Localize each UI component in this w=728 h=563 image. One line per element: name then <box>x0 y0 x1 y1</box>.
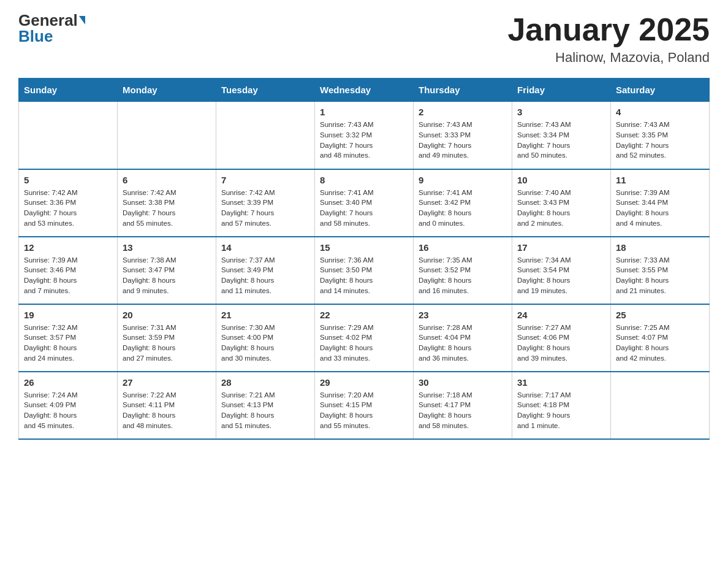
calendar-header: SundayMondayTuesdayWednesdayThursdayFrid… <box>19 79 710 102</box>
day-number: 9 <box>419 175 507 185</box>
day-info: Sunrise: 7:24 AM Sunset: 4:09 PM Dayligh… <box>24 390 112 431</box>
weekday-header-monday: Monday <box>118 79 216 102</box>
day-info: Sunrise: 7:37 AM Sunset: 3:49 PM Dayligh… <box>221 255 309 296</box>
weekday-header-wednesday: Wednesday <box>315 79 414 102</box>
title-section: January 2025 Halinow, Mazovia, Poland <box>507 12 710 66</box>
calendar-subtitle: Halinow, Mazovia, Poland <box>507 50 710 66</box>
day-info: Sunrise: 7:43 AM Sunset: 3:35 PM Dayligh… <box>616 120 704 161</box>
day-number: 16 <box>419 242 507 253</box>
calendar-cell: 13Sunrise: 7:38 AM Sunset: 3:47 PM Dayli… <box>118 237 216 304</box>
day-info: Sunrise: 7:25 AM Sunset: 4:07 PM Dayligh… <box>616 323 704 364</box>
calendar-cell: 18Sunrise: 7:33 AM Sunset: 3:55 PM Dayli… <box>611 237 710 304</box>
calendar-cell: 21Sunrise: 7:30 AM Sunset: 4:00 PM Dayli… <box>216 304 315 372</box>
day-number: 1 <box>320 107 408 117</box>
calendar-cell <box>216 102 315 169</box>
day-info: Sunrise: 7:34 AM Sunset: 3:54 PM Dayligh… <box>517 255 605 296</box>
day-number: 14 <box>221 242 309 253</box>
calendar-cell: 27Sunrise: 7:22 AM Sunset: 4:11 PM Dayli… <box>118 372 216 439</box>
calendar-cell: 16Sunrise: 7:35 AM Sunset: 3:52 PM Dayli… <box>414 237 512 304</box>
day-number: 6 <box>123 175 211 185</box>
day-info: Sunrise: 7:40 AM Sunset: 3:43 PM Dayligh… <box>517 188 605 229</box>
day-info: Sunrise: 7:28 AM Sunset: 4:04 PM Dayligh… <box>419 323 507 364</box>
day-number: 31 <box>517 377 605 388</box>
weekday-header-thursday: Thursday <box>414 79 512 102</box>
calendar-cell: 22Sunrise: 7:29 AM Sunset: 4:02 PM Dayli… <box>315 304 414 372</box>
day-info: Sunrise: 7:35 AM Sunset: 3:52 PM Dayligh… <box>419 255 507 296</box>
day-info: Sunrise: 7:41 AM Sunset: 3:40 PM Dayligh… <box>320 188 408 229</box>
day-info: Sunrise: 7:42 AM Sunset: 3:39 PM Dayligh… <box>221 188 309 229</box>
day-info: Sunrise: 7:43 AM Sunset: 3:32 PM Dayligh… <box>320 120 408 161</box>
day-info: Sunrise: 7:33 AM Sunset: 3:55 PM Dayligh… <box>616 255 704 296</box>
calendar-cell: 2Sunrise: 7:43 AM Sunset: 3:33 PM Daylig… <box>414 102 512 169</box>
day-number: 11 <box>616 175 704 185</box>
calendar-title: January 2025 <box>507 12 710 47</box>
day-number: 13 <box>123 242 211 253</box>
day-number: 3 <box>517 107 605 117</box>
day-number: 15 <box>320 242 408 253</box>
day-number: 7 <box>221 175 309 185</box>
day-number: 8 <box>320 175 408 185</box>
calendar-week-1: 1Sunrise: 7:43 AM Sunset: 3:32 PM Daylig… <box>19 102 710 169</box>
day-number: 17 <box>517 242 605 253</box>
day-number: 26 <box>24 377 112 388</box>
day-number: 30 <box>419 377 507 388</box>
calendar-cell: 24Sunrise: 7:27 AM Sunset: 4:06 PM Dayli… <box>512 304 611 372</box>
calendar-week-3: 12Sunrise: 7:39 AM Sunset: 3:46 PM Dayli… <box>19 237 710 304</box>
day-info: Sunrise: 7:17 AM Sunset: 4:18 PM Dayligh… <box>517 390 605 431</box>
day-info: Sunrise: 7:27 AM Sunset: 4:06 PM Dayligh… <box>517 323 605 364</box>
calendar-cell: 28Sunrise: 7:21 AM Sunset: 4:13 PM Dayli… <box>216 372 315 439</box>
weekday-header-saturday: Saturday <box>611 79 710 102</box>
day-number: 12 <box>24 242 112 253</box>
day-info: Sunrise: 7:39 AM Sunset: 3:46 PM Dayligh… <box>24 255 112 296</box>
calendar-cell: 15Sunrise: 7:36 AM Sunset: 3:50 PM Dayli… <box>315 237 414 304</box>
day-number: 2 <box>419 107 507 117</box>
weekday-header-friday: Friday <box>512 79 611 102</box>
day-number: 24 <box>517 310 605 320</box>
calendar-cell: 7Sunrise: 7:42 AM Sunset: 3:39 PM Daylig… <box>216 169 315 237</box>
day-info: Sunrise: 7:30 AM Sunset: 4:00 PM Dayligh… <box>221 323 309 364</box>
calendar-cell: 11Sunrise: 7:39 AM Sunset: 3:44 PM Dayli… <box>611 169 710 237</box>
calendar-cell: 6Sunrise: 7:42 AM Sunset: 3:38 PM Daylig… <box>118 169 216 237</box>
calendar-cell: 14Sunrise: 7:37 AM Sunset: 3:49 PM Dayli… <box>216 237 315 304</box>
day-info: Sunrise: 7:22 AM Sunset: 4:11 PM Dayligh… <box>123 390 211 431</box>
day-number: 28 <box>221 377 309 388</box>
day-number: 5 <box>24 175 112 185</box>
weekday-header-sunday: Sunday <box>19 79 118 102</box>
day-info: Sunrise: 7:42 AM Sunset: 3:38 PM Dayligh… <box>123 188 211 229</box>
calendar-cell: 20Sunrise: 7:31 AM Sunset: 3:59 PM Dayli… <box>118 304 216 372</box>
day-info: Sunrise: 7:21 AM Sunset: 4:13 PM Dayligh… <box>221 390 309 431</box>
calendar-cell: 17Sunrise: 7:34 AM Sunset: 3:54 PM Dayli… <box>512 237 611 304</box>
calendar-cell <box>611 372 710 439</box>
logo-triangle-icon <box>79 16 85 25</box>
day-info: Sunrise: 7:42 AM Sunset: 3:36 PM Dayligh… <box>24 188 112 229</box>
day-info: Sunrise: 7:32 AM Sunset: 3:57 PM Dayligh… <box>24 323 112 364</box>
day-info: Sunrise: 7:39 AM Sunset: 3:44 PM Dayligh… <box>616 188 704 229</box>
calendar-cell: 25Sunrise: 7:25 AM Sunset: 4:07 PM Dayli… <box>611 304 710 372</box>
calendar-cell: 31Sunrise: 7:17 AM Sunset: 4:18 PM Dayli… <box>512 372 611 439</box>
calendar-cell: 19Sunrise: 7:32 AM Sunset: 3:57 PM Dayli… <box>19 304 118 372</box>
calendar-cell: 26Sunrise: 7:24 AM Sunset: 4:09 PM Dayli… <box>19 372 118 439</box>
calendar-cell: 8Sunrise: 7:41 AM Sunset: 3:40 PM Daylig… <box>315 169 414 237</box>
calendar-cell: 9Sunrise: 7:41 AM Sunset: 3:42 PM Daylig… <box>414 169 512 237</box>
day-info: Sunrise: 7:36 AM Sunset: 3:50 PM Dayligh… <box>320 255 408 296</box>
logo: General Blue <box>18 12 85 44</box>
day-info: Sunrise: 7:20 AM Sunset: 4:15 PM Dayligh… <box>320 390 408 431</box>
calendar-cell: 4Sunrise: 7:43 AM Sunset: 3:35 PM Daylig… <box>611 102 710 169</box>
calendar-cell: 5Sunrise: 7:42 AM Sunset: 3:36 PM Daylig… <box>19 169 118 237</box>
calendar-cell <box>19 102 118 169</box>
day-info: Sunrise: 7:18 AM Sunset: 4:17 PM Dayligh… <box>419 390 507 431</box>
calendar-week-4: 19Sunrise: 7:32 AM Sunset: 3:57 PM Dayli… <box>19 304 710 372</box>
calendar-table: SundayMondayTuesdayWednesdayThursdayFrid… <box>18 78 710 440</box>
page-header: General Blue January 2025 Halinow, Mazov… <box>18 12 710 66</box>
day-info: Sunrise: 7:41 AM Sunset: 3:42 PM Dayligh… <box>419 188 507 229</box>
day-number: 18 <box>616 242 704 253</box>
day-number: 20 <box>123 310 211 320</box>
day-info: Sunrise: 7:43 AM Sunset: 3:34 PM Dayligh… <box>517 120 605 161</box>
calendar-week-2: 5Sunrise: 7:42 AM Sunset: 3:36 PM Daylig… <box>19 169 710 237</box>
day-number: 27 <box>123 377 211 388</box>
logo-blue-text: Blue <box>18 28 53 44</box>
day-info: Sunrise: 7:29 AM Sunset: 4:02 PM Dayligh… <box>320 323 408 364</box>
calendar-cell: 30Sunrise: 7:18 AM Sunset: 4:17 PM Dayli… <box>414 372 512 439</box>
day-number: 10 <box>517 175 605 185</box>
day-number: 21 <box>221 310 309 320</box>
